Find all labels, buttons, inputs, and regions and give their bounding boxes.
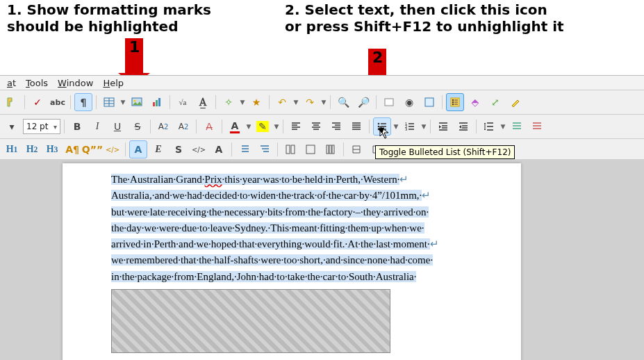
tooltip-bulleted-list: Toggle Bulleted List (Shift+F12) (375, 145, 515, 159)
cols4-icon[interactable] (347, 140, 365, 158)
menu-format[interactable]: at (7, 78, 16, 88)
align-justify-icon[interactable] (347, 117, 365, 136)
superscript-button[interactable]: A2 (154, 117, 172, 136)
svg-point-21 (378, 126, 380, 128)
redo-dropdown[interactable]: ▼ (321, 99, 327, 106)
insert-field-icon[interactable]: ✧ (220, 93, 238, 111)
undo-dropdown[interactable]: ▼ (293, 99, 299, 106)
zoom-icon[interactable]: 🔎 (354, 93, 372, 111)
menu-tools[interactable]: Tools (26, 78, 48, 88)
svg-rect-29 (327, 145, 329, 154)
highlight-pen-icon[interactable] (506, 93, 525, 111)
autospell-icon[interactable]: ✓ (28, 93, 47, 111)
menu-help[interactable]: Help (103, 78, 124, 88)
list2-icon[interactable] (256, 140, 274, 158)
cols3-icon[interactable] (322, 140, 340, 158)
line-icon[interactable]: ⤢ (486, 93, 504, 111)
char-icon[interactable]: A̲ (194, 93, 212, 111)
spellcheck-icon[interactable]: abc (49, 93, 67, 111)
toolbar-standard: ✓ abc ¶ ▼ √a A̲ ✧ ▼ ★ ↶ ▼ ↷ ▼ 🔍 🔎 ◉ ⬘ ⤢ (0, 90, 644, 115)
shape-icon[interactable]: ⬘ (466, 93, 484, 111)
bullet-dd[interactable]: ▼ (393, 123, 399, 130)
font-color-button[interactable]: A (226, 117, 244, 136)
svg-rect-12 (425, 98, 434, 106)
align-left-icon[interactable] (287, 117, 305, 136)
arrow-number-2: 2 (372, 49, 383, 66)
menu-window[interactable]: Window (58, 78, 93, 88)
highlight-color-button[interactable]: ✎ (254, 117, 272, 136)
cols1-icon[interactable] (281, 140, 299, 158)
strike-button[interactable]: S (129, 117, 147, 136)
rect-icon[interactable] (380, 93, 398, 111)
emphasis-style[interactable]: E (149, 140, 167, 158)
navigator-icon[interactable]: ◉ (400, 93, 418, 111)
insert-chart-icon[interactable] (148, 93, 166, 111)
pre-style[interactable]: </> (104, 140, 122, 158)
erase-format-icon[interactable]: A̶ (200, 117, 218, 136)
formatting-marks-button[interactable]: ¶ (74, 93, 92, 111)
arrow-number-1: 1 (129, 38, 140, 56)
svg-rect-8 (153, 102, 155, 106)
menubar: at Tools Window Help (0, 76, 644, 90)
formula-icon[interactable]: √a (174, 93, 192, 111)
svg-point-22 (378, 129, 380, 131)
italic-button[interactable]: I (88, 117, 106, 136)
undo-icon[interactable]: ↶ (273, 93, 291, 111)
star-icon[interactable]: ★ (247, 93, 265, 111)
insert-table-icon[interactable] (100, 93, 118, 111)
h2-style[interactable]: H2 (23, 140, 41, 158)
increase-indent-icon[interactable] (434, 117, 452, 136)
toolbar-formatting: ▾ 12 pt B I U S A2 A2 A̶ A ▼ ✎ ▼ ▼ 123 ▼… (0, 115, 644, 139)
svg-rect-30 (329, 145, 331, 154)
document-area: The·Australian·Grand·Prix·this·year·was·… (0, 159, 644, 360)
list1-icon[interactable] (236, 140, 254, 158)
toggle-bulleted-list-button[interactable] (446, 93, 464, 111)
bulleted-list-button[interactable] (373, 117, 391, 136)
number-dd[interactable]: ▼ (421, 123, 427, 130)
redo-icon[interactable]: ↷ (301, 93, 319, 111)
char-style-a2[interactable]: A (210, 140, 228, 158)
box2-icon[interactable] (420, 93, 438, 111)
underline-button[interactable]: U (108, 117, 126, 136)
embedded-photo (111, 289, 390, 353)
svg-rect-31 (332, 145, 334, 154)
svg-point-14 (452, 99, 454, 101)
editor-window: at Tools Window Help ✓ abc ¶ ▼ √a A̲ ✧ ▼… (0, 75, 644, 360)
source-style[interactable]: </> (190, 140, 208, 158)
dec-indent2-icon[interactable] (528, 117, 546, 136)
inc-indent2-icon[interactable] (508, 117, 526, 136)
h3-style[interactable]: H3 (43, 140, 61, 158)
para-style[interactable]: A¶ (63, 140, 81, 158)
page[interactable]: The·Australian·Grand·Prix·this·year·was·… (63, 163, 521, 360)
svg-point-15 (452, 101, 454, 103)
h1-style[interactable]: H1 (3, 140, 21, 158)
decrease-indent-icon[interactable] (454, 117, 472, 136)
svg-text:3: 3 (405, 127, 407, 131)
font-color-dd[interactable]: ▼ (246, 123, 251, 130)
quote-style[interactable]: Q”” (83, 140, 101, 158)
find-icon[interactable]: 🔍 (334, 93, 352, 111)
numbered-list-button[interactable]: 123 (401, 117, 419, 136)
cols2-icon[interactable] (302, 140, 320, 158)
table-dropdown[interactable]: ▼ (120, 99, 126, 106)
toolbar-styles: H1 H2 H3 A¶ Q”” </> A E S </> A (0, 139, 644, 161)
spacing-dd[interactable]: ▼ (500, 123, 506, 130)
highlight-dd[interactable]: ▼ (274, 123, 279, 130)
svg-point-16 (452, 104, 454, 105)
insert-image-icon[interactable] (128, 93, 146, 111)
bold-button[interactable]: B (68, 117, 86, 136)
para-style-dd[interactable]: ▾ (3, 117, 21, 136)
font-size-field[interactable]: 12 pt (23, 119, 60, 134)
subscript-button[interactable]: A2 (174, 117, 192, 136)
svg-point-20 (378, 123, 380, 125)
paragraph-text[interactable]: The·Australian·Grand·Prix·this·year·was·… (111, 172, 490, 285)
align-center-icon[interactable] (307, 117, 325, 136)
annotation-2: 2. Select text, then click this icon or … (285, 1, 564, 35)
clone-formatting-icon[interactable] (3, 93, 21, 111)
field-dropdown[interactable]: ▼ (240, 99, 245, 106)
strong-style[interactable]: S (170, 140, 188, 158)
annotation-1: 1. Show formatting marks should be highl… (7, 1, 211, 35)
char-style-a[interactable]: A (129, 140, 147, 158)
align-right-icon[interactable] (327, 117, 345, 136)
line-spacing-icon[interactable] (480, 117, 498, 136)
